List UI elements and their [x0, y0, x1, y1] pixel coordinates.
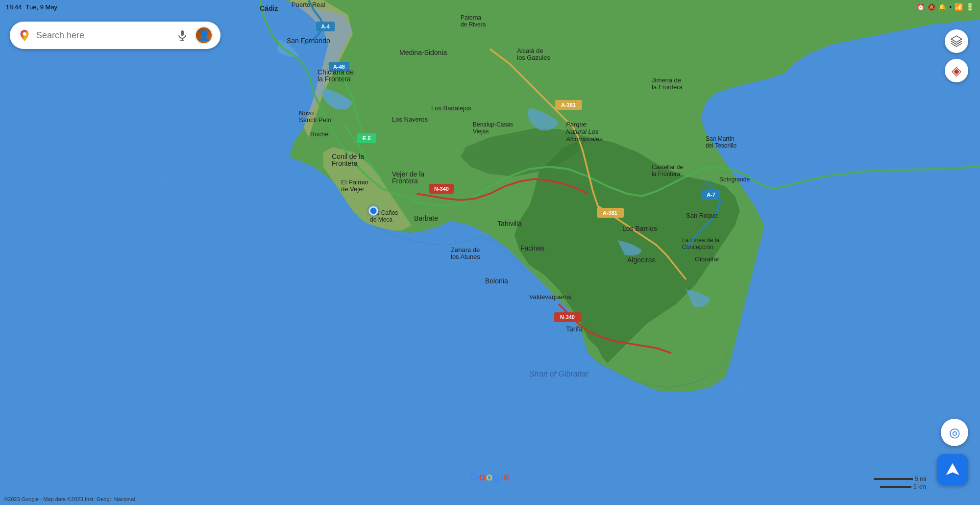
- svg-text:la Frontera: la Frontera: [652, 171, 680, 177]
- time-date: 18:44 Tue, 9 May: [6, 3, 57, 11]
- svg-text:la Frontera: la Frontera: [318, 75, 351, 83]
- svg-text:Concepción: Concepción: [682, 244, 713, 251]
- svg-text:Frontera: Frontera: [392, 177, 418, 185]
- google-e: e: [504, 471, 510, 483]
- google-logo: Google: [470, 471, 510, 483]
- svg-text:de Rivera: de Rivera: [461, 21, 486, 28]
- svg-text:Bolonia: Bolonia: [485, 277, 508, 285]
- svg-text:Alcornocales: Alcornocales: [565, 135, 603, 143]
- svg-text:Los Naveros: Los Naveros: [392, 116, 428, 123]
- svg-text:Barbate: Barbate: [414, 214, 438, 222]
- status-icons: ⏰ 🔕 🔔 • 📶 🔋: [917, 3, 974, 11]
- user-avatar[interactable]: 👤: [195, 26, 213, 44]
- battery-icon: 🔋: [966, 3, 974, 11]
- svg-text:San Martín: San Martín: [706, 135, 735, 142]
- svg-text:los Atunes: los Atunes: [451, 253, 480, 260]
- svg-text:Natural Los: Natural Los: [566, 128, 599, 135]
- svg-text:Los Badalejos: Los Badalejos: [431, 104, 471, 112]
- google-maps-logo: [18, 28, 31, 42]
- scale-km: 5 km: [880, 483, 926, 490]
- svg-text:Castellar de: Castellar de: [652, 164, 683, 171]
- svg-text:Valdevaqueros: Valdevaqueros: [529, 293, 571, 301]
- mic-icon: [176, 29, 188, 41]
- svg-text:Gibraltar: Gibraltar: [695, 255, 720, 263]
- notification-icon: 🔔: [938, 3, 946, 11]
- map-controls-top: ◈: [945, 29, 968, 82]
- time-display: 18:44: [6, 3, 22, 11]
- svg-text:San Fernando: San Fernando: [287, 37, 330, 45]
- scale-miles: 5 mi: [874, 476, 926, 482]
- svg-text:Jimena de: Jimena de: [652, 76, 681, 84]
- svg-text:Strait of Gibraltar: Strait of Gibraltar: [529, 370, 589, 378]
- svg-marker-78: [951, 36, 962, 42]
- alarm-icon: ⏰: [917, 3, 925, 11]
- svg-text:Sancti Petri: Sancti Petri: [299, 116, 332, 124]
- svg-text:La Línea de la: La Línea de la: [682, 237, 719, 244]
- svg-text:N-340: N-340: [434, 186, 449, 192]
- svg-text:A-381: A-381: [603, 210, 617, 216]
- svg-text:Frontera: Frontera: [332, 159, 358, 167]
- dot-icon: •: [949, 3, 952, 11]
- location-icon: ◎: [949, 425, 960, 440]
- map-container[interactable]: A-4 A-48 E-5 N-340 A-381 A-381 N-340 A-7…: [0, 0, 980, 505]
- svg-text:A-7: A-7: [707, 192, 715, 198]
- my-location-button[interactable]: ◎: [941, 419, 968, 446]
- navigate-button[interactable]: [937, 454, 968, 485]
- scale-bar: 5 mi 5 km: [874, 476, 926, 490]
- wifi-icon: 📶: [955, 3, 963, 11]
- microphone-button[interactable]: [174, 27, 190, 43]
- svg-text:de Vejer: de Vejer: [341, 185, 365, 193]
- svg-text:El Palmar: El Palmar: [341, 178, 369, 186]
- svg-text:Paterna: Paterna: [461, 14, 481, 21]
- svg-text:San Roque: San Roque: [686, 212, 718, 219]
- layers-button[interactable]: [945, 29, 968, 53]
- scale-km-label: 5 km: [913, 483, 926, 490]
- scale-ruler-km: [880, 486, 911, 488]
- google-g: G: [470, 471, 479, 483]
- copyright-label: ©2023 Google · Map data ©2023 Inst. Geog…: [4, 496, 135, 502]
- copyright-text: ©2023 Google · Map data ©2023 Inst. Geog…: [4, 496, 135, 502]
- svg-text:del Tesorillo: del Tesorillo: [706, 142, 736, 149]
- scale-ruler-miles: [874, 478, 913, 480]
- svg-text:Alcalá de: Alcalá de: [517, 47, 543, 54]
- svg-text:los Gazules: los Gazules: [517, 54, 550, 61]
- scale-miles-label: 5 mi: [915, 476, 926, 482]
- search-bar[interactable]: 👤: [10, 22, 220, 49]
- svg-text:Medina-Sidonia: Medina-Sidonia: [399, 49, 447, 56]
- svg-text:Facinas: Facinas: [520, 244, 544, 252]
- google-g2: g: [493, 471, 500, 483]
- layers-icon: [950, 35, 963, 48]
- date-display: Tue, 9 May: [26, 3, 58, 11]
- navigate-icon: [945, 462, 960, 478]
- svg-point-74: [23, 32, 26, 36]
- search-input[interactable]: [36, 30, 170, 41]
- svg-text:Tahivilla: Tahivilla: [497, 220, 522, 227]
- status-bar: 18:44 Tue, 9 May ⏰ 🔕 🔔 • 📶 🔋: [0, 0, 980, 14]
- svg-text:Zahara de: Zahara de: [451, 246, 480, 253]
- compass-button[interactable]: ◈: [945, 59, 968, 82]
- svg-text:la Frontera: la Frontera: [652, 83, 683, 91]
- svg-text:Sotogrande: Sotogrande: [719, 176, 750, 183]
- map-svg: A-4 A-48 E-5 N-340 A-381 A-381 N-340 A-7…: [0, 0, 980, 505]
- svg-text:Benalup-Casas: Benalup-Casas: [473, 121, 513, 128]
- svg-text:Parque: Parque: [566, 121, 587, 128]
- no-sound-icon: 🔕: [928, 3, 935, 11]
- svg-rect-75: [181, 30, 184, 36]
- svg-text:Los Barrios: Los Barrios: [622, 225, 657, 232]
- svg-marker-79: [946, 463, 959, 475]
- svg-text:Novo: Novo: [299, 109, 314, 117]
- svg-text:Viejas: Viejas: [473, 128, 489, 135]
- svg-point-73: [367, 204, 380, 218]
- svg-text:Tarifa: Tarifa: [566, 325, 583, 333]
- google-o1: o: [479, 471, 486, 483]
- svg-text:A-381: A-381: [561, 102, 576, 108]
- svg-text:A-4: A-4: [321, 24, 330, 29]
- compass-icon: ◈: [952, 63, 961, 78]
- svg-text:Roche: Roche: [310, 130, 329, 138]
- svg-text:N-340: N-340: [560, 314, 575, 320]
- svg-text:E-5: E-5: [362, 135, 370, 141]
- google-l: l: [500, 471, 504, 483]
- svg-text:Algeciras: Algeciras: [627, 256, 656, 264]
- google-o2: o: [486, 471, 493, 483]
